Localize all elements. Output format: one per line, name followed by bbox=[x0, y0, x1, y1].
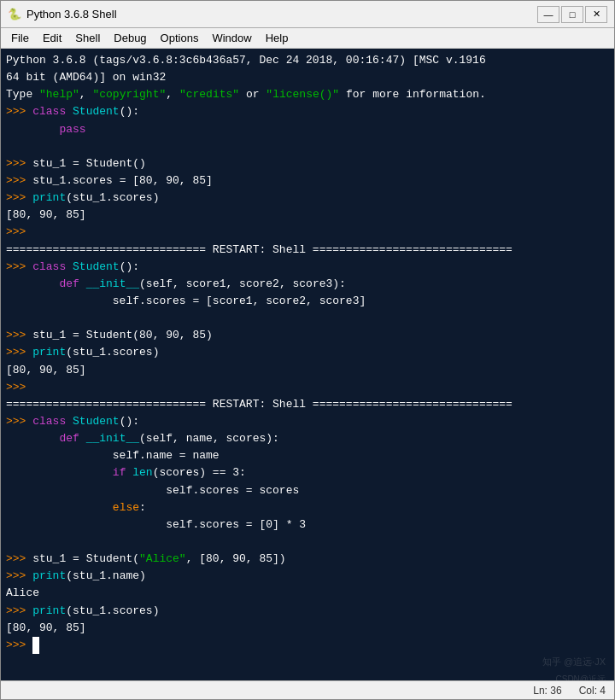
block3-line2: def __init__(self, name, scores): bbox=[6, 430, 609, 447]
line-number: Ln: 36 bbox=[533, 685, 561, 697]
maximize-button[interactable]: □ bbox=[561, 6, 583, 23]
col-number: Col: 4 bbox=[579, 685, 606, 697]
block2-line3: self.scores = [score1, score2, score3] bbox=[6, 293, 609, 310]
block1-line2: pass bbox=[6, 121, 609, 138]
block3-line10: >>> print(stu_1.scores) bbox=[6, 603, 609, 620]
block1-line1: >>> class Student(): bbox=[6, 103, 609, 120]
python-shell-window: 🐍 Python 3.6.8 Shell — □ ✕ File Edit She… bbox=[0, 0, 615, 700]
menu-bar: File Edit Shell Debug Options Window Hel… bbox=[1, 28, 614, 49]
block3-output1: Alice bbox=[6, 585, 609, 602]
block1-prompt: >>> bbox=[6, 224, 609, 241]
intro-line-2: 64 bit (AMD64)] on win32 bbox=[6, 69, 609, 86]
block3-line6: else: bbox=[6, 499, 609, 516]
block3-output2: [80, 90, 85] bbox=[6, 620, 609, 637]
python-icon: 🐍 bbox=[8, 8, 21, 21]
title-bar-left: 🐍 Python 3.6.8 Shell bbox=[8, 8, 117, 21]
block1-line5: >>> print(stu_1.scores) bbox=[6, 190, 609, 207]
block3-blank bbox=[6, 534, 609, 551]
block2-line4: >>> stu_1 = Student(80, 90, 85) bbox=[6, 327, 609, 344]
close-button[interactable]: ✕ bbox=[585, 6, 607, 23]
block3-line8: >>> stu_1 = Student("Alice", [80, 90, 85… bbox=[6, 551, 609, 568]
block3-final-prompt: >>> bbox=[6, 637, 609, 654]
block1-line3: >>> stu_1 = Student() bbox=[6, 155, 609, 172]
status-bar: Ln: 36 Col: 4 bbox=[1, 680, 614, 699]
block2-line2: def __init__(self, score1, score2, score… bbox=[6, 276, 609, 293]
block3-line7: self.scores = [0] * 3 bbox=[6, 516, 609, 534]
minimize-button[interactable]: — bbox=[537, 6, 559, 23]
window-title: Python 3.6.8 Shell bbox=[26, 8, 117, 20]
separator-2: ============================== RESTART: … bbox=[6, 396, 609, 413]
block3-line3: self.name = name bbox=[6, 447, 609, 464]
block2-output: [80, 90, 85] bbox=[6, 362, 609, 379]
block3-line9: >>> print(stu_1.name) bbox=[6, 568, 609, 585]
block2-line5: >>> print(stu_1.scores) bbox=[6, 344, 609, 361]
block3-line1: >>> class Student(): bbox=[6, 413, 609, 430]
window-controls: — □ ✕ bbox=[537, 6, 607, 23]
menu-help[interactable]: Help bbox=[259, 30, 296, 46]
block1-line4: >>> stu_1.scores = [80, 90, 85] bbox=[6, 172, 609, 190]
title-bar: 🐍 Python 3.6.8 Shell — □ ✕ bbox=[1, 1, 614, 28]
menu-shell[interactable]: Shell bbox=[68, 30, 107, 46]
block2-line1: >>> class Student(): bbox=[6, 259, 609, 276]
block3-line5: self.scores = scores bbox=[6, 482, 609, 499]
menu-options[interactable]: Options bbox=[154, 30, 206, 46]
menu-debug[interactable]: Debug bbox=[107, 30, 153, 46]
block2-prompt: >>> bbox=[6, 379, 609, 396]
menu-window[interactable]: Window bbox=[205, 30, 258, 46]
intro-line-1: Python 3.6.8 (tags/v3.6.8:3c6b436a57, De… bbox=[6, 52, 609, 69]
menu-file[interactable]: File bbox=[4, 30, 36, 46]
menu-edit[interactable]: Edit bbox=[36, 30, 68, 46]
watermark: 知乎 @追远·JX CSDN@近远 bbox=[6, 654, 609, 680]
intro-line-3: Type "help", "copyright", "credits" or "… bbox=[6, 86, 609, 103]
separator-1: ============================== RESTART: … bbox=[6, 242, 609, 259]
block2-blank bbox=[6, 310, 609, 327]
shell-output[interactable]: Python 3.6.8 (tags/v3.6.8:3c6b436a57, De… bbox=[1, 49, 614, 680]
block3-line4: if len(scores) == 3: bbox=[6, 464, 609, 481]
block1-blank bbox=[6, 138, 609, 155]
block1-output: [80, 90, 85] bbox=[6, 207, 609, 224]
